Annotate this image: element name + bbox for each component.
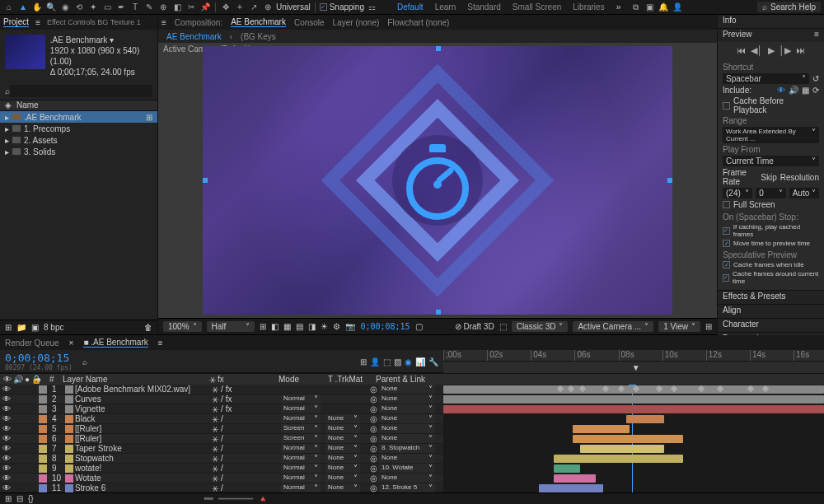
composition-viewer[interactable] bbox=[203, 46, 672, 315]
arrow-icon[interactable]: ↗ bbox=[248, 2, 260, 13]
adjust-tl-icon[interactable]: 🔧 bbox=[428, 357, 438, 366]
interpret-icon[interactable]: ⊞ bbox=[5, 323, 12, 332]
mode-dropdown[interactable]: Normal˅ bbox=[281, 414, 321, 423]
movetime-checkbox[interactable] bbox=[723, 240, 730, 247]
pen-tool-icon[interactable]: ✒ bbox=[115, 2, 127, 13]
skip-dropdown[interactable]: 0˅ bbox=[756, 188, 785, 198]
brackets-icon[interactable]: {} bbox=[28, 494, 34, 503]
toggle-switches-icon[interactable]: ⊞ bbox=[5, 494, 12, 503]
ruler-tick[interactable]: 04s bbox=[531, 350, 546, 361]
workspace-libraries[interactable]: Libraries bbox=[573, 2, 604, 12]
panel-menu-icon[interactable]: ≡ bbox=[158, 338, 163, 348]
last-frame-button[interactable]: ⏭ bbox=[796, 45, 805, 56]
trkmat-dropdown[interactable]: None˅ bbox=[325, 414, 360, 423]
first-frame-button[interactable]: ⏮ bbox=[737, 45, 746, 56]
trkmat-dropdown[interactable]: None˅ bbox=[325, 464, 360, 473]
parent-dropdown[interactable]: None˅ bbox=[379, 474, 435, 483]
parent-dropdown[interactable]: None˅ bbox=[379, 414, 435, 423]
project-item-assets[interactable]: ▸ 2. Assets bbox=[0, 134, 157, 146]
include-audio-icon[interactable]: 🔊 bbox=[789, 86, 798, 95]
trash-icon[interactable]: 🗑 bbox=[144, 323, 152, 332]
mode-dropdown[interactable]: Normal˅ bbox=[281, 464, 321, 473]
video-col-icon[interactable]: 👁 bbox=[3, 375, 12, 384]
trkmat-dropdown[interactable]: None˅ bbox=[325, 444, 360, 453]
pickwhip-icon[interactable]: ◎ bbox=[370, 394, 377, 404]
project-item-precomps[interactable]: ▸ 1. Precomps bbox=[0, 123, 157, 134]
parent-dropdown[interactable]: 8. Stopwatch˅ bbox=[379, 444, 435, 453]
visibility-toggle[interactable]: 👁 bbox=[2, 424, 11, 433]
name-col[interactable]: Name bbox=[16, 100, 39, 110]
layer-bar[interactable] bbox=[554, 474, 596, 483]
snapping-checkbox[interactable] bbox=[320, 3, 327, 11]
layer-bar[interactable] bbox=[443, 395, 824, 404]
timeline-timecode[interactable]: 0;00;08;15 bbox=[5, 352, 73, 364]
comp-thumbnail[interactable] bbox=[5, 35, 45, 69]
tl-search-icon[interactable]: ⌕ bbox=[82, 357, 87, 366]
preview-panel-header[interactable]: Preview≡ bbox=[718, 29, 824, 42]
clone-tool-icon[interactable]: ⊕ bbox=[157, 2, 169, 13]
subtab-bgkeys[interactable]: (BG Keys bbox=[241, 32, 276, 41]
shortcut-dropdown[interactable]: Spacebar˅ bbox=[723, 73, 809, 84]
label-color[interactable] bbox=[39, 425, 47, 433]
visibility-toggle[interactable]: 👁 bbox=[2, 385, 11, 394]
pickwhip-icon[interactable]: ◎ bbox=[370, 474, 377, 483]
expand-icon[interactable]: ⊟ bbox=[16, 494, 23, 503]
tl-grip-icon[interactable]: × bbox=[69, 338, 74, 348]
workspace-smallscreen[interactable]: Small Screen bbox=[513, 2, 561, 12]
snapshot-icon[interactable]: 📷 bbox=[345, 322, 355, 331]
label-color[interactable] bbox=[39, 435, 47, 443]
label-color[interactable] bbox=[39, 474, 47, 483]
workspace-standard[interactable]: Standard bbox=[467, 2, 501, 12]
workspace-learn[interactable]: Learn bbox=[435, 2, 456, 12]
timeline-layer-row[interactable]: 👁 1 [Adobe Benchmark MIX02.wav] ⚹/fx ◎No… bbox=[0, 385, 443, 394]
new-folder-icon[interactable]: 📁 bbox=[16, 323, 26, 332]
channel-icon[interactable]: ◨ bbox=[308, 322, 316, 331]
roto-tool-icon[interactable]: ✂ bbox=[185, 2, 197, 13]
label-color[interactable] bbox=[39, 455, 47, 463]
timeline-layer-row[interactable]: 👁 10 Wotate ⚹/ Normal˅ None˅ ◎None˅ bbox=[0, 474, 443, 483]
pickwhip-icon[interactable]: ◎ bbox=[370, 424, 377, 433]
mode-dropdown[interactable]: Normal˅ bbox=[281, 474, 321, 483]
motionblur-icon[interactable]: ◉ bbox=[405, 357, 412, 366]
timeline-layer-row[interactable]: 👁 11 Stroke 6 ⚹/ Normal˅ None˅ ◎12. Stro… bbox=[0, 483, 443, 492]
prev-frame-button[interactable]: ◀│ bbox=[751, 45, 763, 56]
pickwhip-icon[interactable]: ◎ bbox=[370, 434, 377, 443]
composer-icon[interactable]: ▣ bbox=[644, 2, 655, 13]
pickwhip-icon[interactable]: ◎ bbox=[370, 454, 377, 463]
timeline-layer-row[interactable]: 👁 7 Taper Stroke ⚹/ Normal˅ None˅ ◎8. St… bbox=[0, 444, 443, 454]
visibility-toggle[interactable]: 👁 bbox=[2, 454, 11, 463]
render-queue-tab[interactable]: Render Queue bbox=[5, 338, 59, 348]
draft3d-tl-icon[interactable]: ⬚ bbox=[383, 357, 391, 366]
globe-icon[interactable]: ⊕ bbox=[262, 2, 274, 13]
rect-tool-icon[interactable]: ▭ bbox=[101, 2, 113, 13]
timeline-layer-row[interactable]: 👁 6 [[Ruler] ⚹/ Screen˅ None˅ ◎None˅ bbox=[0, 434, 443, 444]
effect-controls-tab[interactable]: Effect Controls BG Texture 1 bbox=[47, 18, 141, 26]
project-search-input[interactable] bbox=[10, 85, 152, 97]
trkmat-dropdown[interactable]: None˅ bbox=[325, 483, 360, 492]
project-item-solids[interactable]: ▸ 3. Solids bbox=[0, 146, 157, 157]
work-area-marker[interactable]: ▼ bbox=[632, 363, 640, 372]
camera-dropdown[interactable]: Active Camera ...˅ bbox=[573, 321, 653, 332]
visibility-toggle[interactable]: 👁 bbox=[2, 434, 11, 443]
layer-bar[interactable] bbox=[626, 415, 664, 423]
new-comp-icon[interactable]: ▣ bbox=[31, 323, 39, 332]
ruler-tick[interactable]: 10s bbox=[662, 350, 678, 361]
home-icon[interactable]: ⌂ bbox=[3, 2, 15, 13]
panel-menu-icon[interactable]: ≡ bbox=[35, 18, 40, 27]
visibility-toggle[interactable]: 👁 bbox=[2, 474, 11, 483]
orbit-tool-icon[interactable]: ◉ bbox=[59, 2, 71, 13]
zoom-out-icon[interactable]: ➖ bbox=[204, 494, 213, 503]
add-icon[interactable]: + bbox=[234, 2, 246, 13]
layer-tab[interactable]: Layer (none) bbox=[333, 18, 380, 27]
framerate-dropdown[interactable]: (24)˅ bbox=[723, 188, 752, 198]
pickwhip-icon[interactable]: ◎ bbox=[370, 444, 377, 453]
hand-tool-icon[interactable]: ✋ bbox=[31, 2, 43, 13]
layer-bar[interactable] bbox=[443, 405, 824, 413]
timeline-layer-row[interactable]: 👁 3 Vignette ⚹/fx Normal˅ ◎None˅ bbox=[0, 404, 443, 414]
parent-dropdown[interactable]: None˅ bbox=[379, 394, 435, 404]
adjust-icon[interactable]: ⚙ bbox=[333, 322, 340, 331]
zoom-in-icon[interactable]: 🔺 bbox=[258, 494, 268, 503]
ruler-tick[interactable]: ;00s bbox=[443, 350, 461, 361]
anchor-tool-icon[interactable]: ✦ bbox=[87, 2, 99, 13]
roi-icon[interactable]: ▢ bbox=[415, 322, 423, 331]
